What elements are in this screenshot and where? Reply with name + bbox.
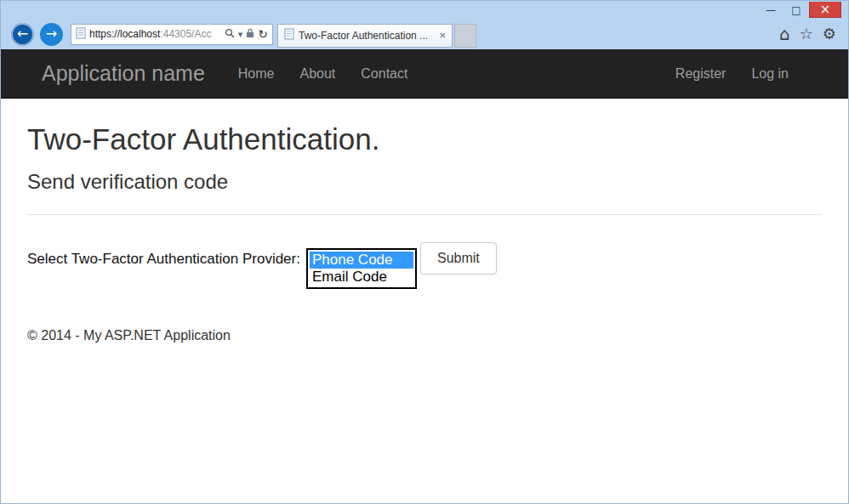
settings-gear-icon[interactable]: ⚙ <box>823 26 836 42</box>
page-subtitle: Send verification code <box>27 170 822 194</box>
browser-chrome: — □ × ← → https://localhost:44305/Acc ▾ … <box>1 1 848 49</box>
tab-close-icon[interactable]: × <box>439 29 446 42</box>
window-titlebar: — □ × <box>1 1 848 21</box>
home-icon[interactable]: ⌂ <box>779 25 790 42</box>
url-path: :44305/Acc <box>160 28 211 40</box>
divider <box>27 214 822 215</box>
page-icon <box>76 27 86 42</box>
nav-link-about[interactable]: About <box>287 66 348 82</box>
provider-form: Select Two-Factor Authentication Provide… <box>27 242 822 289</box>
select-option-phone-code[interactable]: Phone Code <box>310 252 413 269</box>
url-text: https://localhost:44305/Acc <box>89 28 221 40</box>
copyright-text: © 2014 - My ASP.NET Application <box>27 328 822 343</box>
favorites-star-icon[interactable]: ☆ <box>800 26 813 42</box>
app-brand-link[interactable]: Application name <box>42 61 205 86</box>
main-container: Two-Factor Authentication. Send verifica… <box>1 99 848 343</box>
lock-icon <box>246 28 254 41</box>
page-content: Application name Home About Contact Regi… <box>1 49 848 503</box>
nav-link-home[interactable]: Home <box>225 66 288 82</box>
browser-toolbar: ← → https://localhost:44305/Acc ▾ ↻ <box>1 21 848 49</box>
page-title: Two-Factor Authentication. <box>27 122 822 156</box>
app-navbar: Application name Home About Contact Regi… <box>1 49 848 99</box>
tab-favicon-icon <box>284 28 294 42</box>
autocomplete-dropdown-icon[interactable]: ▾ <box>238 29 243 40</box>
tab-title: Two-Factor Authentication ... <box>299 30 435 42</box>
page-footer: © 2014 - My ASP.NET Application <box>27 328 822 343</box>
provider-label: Select Two-Factor Authentication Provide… <box>27 242 300 276</box>
nav-link-contact[interactable]: Contact <box>348 66 420 82</box>
navbar-right-links: Register Log in <box>663 66 801 82</box>
navbar-links: Home About Contact <box>225 66 421 82</box>
browser-window: — □ × ← → https://localhost:44305/Acc ▾ … <box>0 0 849 504</box>
minimize-button[interactable]: — <box>758 2 783 18</box>
address-bar[interactable]: https://localhost:44305/Acc ▾ ↻ <box>71 24 273 45</box>
back-button[interactable]: ← <box>11 23 34 46</box>
refresh-icon[interactable]: ↻ <box>258 27 268 41</box>
select-option-email-code[interactable]: Email Code <box>310 269 413 286</box>
browser-tab[interactable]: Two-Factor Authentication ... × <box>277 24 453 48</box>
maximize-button[interactable]: □ <box>783 2 809 18</box>
search-icon[interactable] <box>225 28 235 41</box>
nav-link-register[interactable]: Register <box>663 66 739 82</box>
close-button[interactable]: × <box>809 2 841 18</box>
provider-select[interactable]: Phone Code Email Code <box>306 248 417 289</box>
new-tab-button[interactable] <box>454 24 476 48</box>
nav-link-login[interactable]: Log in <box>738 66 801 82</box>
forward-button[interactable]: → <box>40 23 63 46</box>
browser-actions: ⌂ ☆ ⚙ <box>779 25 840 42</box>
url-host: https://localhost <box>89 28 160 40</box>
submit-button[interactable]: Submit <box>420 242 497 275</box>
